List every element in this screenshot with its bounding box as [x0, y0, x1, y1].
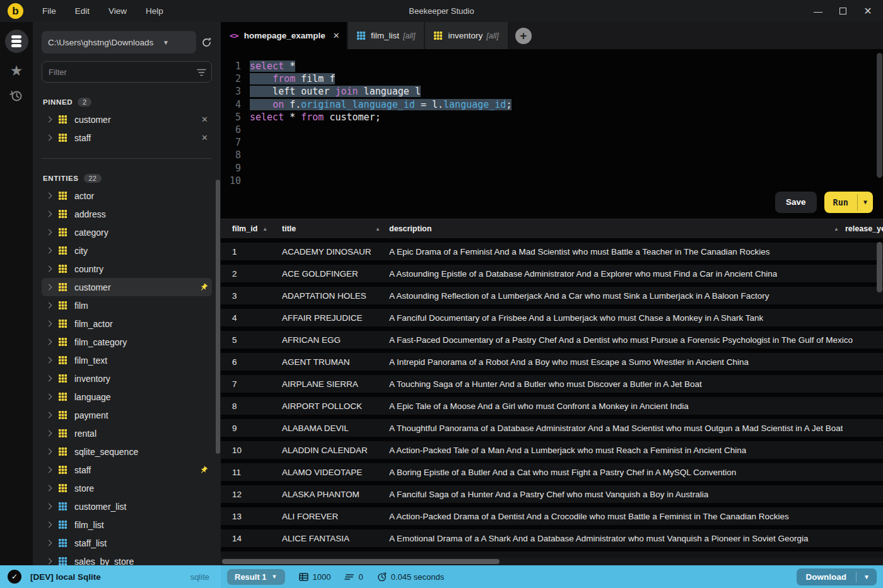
sort-asc-icon[interactable]: ▲ — [262, 226, 267, 232]
table-row[interactable]: 4 AFFAIR PREJUDICE A Fanciful Documentar… — [221, 304, 883, 326]
entity-item-film_actor[interactable]: film_actor — [42, 314, 212, 333]
cell-title[interactable]: ALICE FANTASIA — [282, 534, 389, 543]
entity-item-category[interactable]: category — [42, 223, 212, 241]
cell-title[interactable]: ACADEMY DINOSAUR — [282, 247, 389, 257]
table-row[interactable]: 1 ACADEMY DINOSAUR A Epic Drama of a Fem… — [221, 238, 883, 260]
column-header-release_year[interactable]: release_year — [845, 224, 883, 233]
entity-item-city[interactable]: city — [42, 241, 212, 260]
chevron-right-icon[interactable] — [46, 376, 52, 382]
chevron-right-icon[interactable] — [46, 193, 52, 199]
cell-description[interactable]: A Epic Tale of a Moose And a Girl who mu… — [389, 401, 689, 411]
close-icon[interactable]: ✕ — [863, 5, 873, 17]
cell-film-id[interactable]: 12 — [221, 490, 282, 499]
table-row[interactable]: 10 ALADDIN CALENDAR A Action-Packed Tale… — [221, 437, 883, 459]
entity-item-customer_list[interactable]: customer_list — [42, 497, 212, 516]
save-button[interactable]: Save — [775, 192, 817, 213]
minimize-icon[interactable]: — — [813, 6, 823, 16]
chevron-right-icon[interactable] — [46, 540, 52, 546]
cell-title[interactable]: AGENT TRUMAN — [282, 357, 389, 367]
cell-title[interactable]: AFFAIR PREJUDICE — [282, 313, 389, 323]
pin-icon[interactable] — [199, 466, 208, 475]
table-row[interactable]: 8 AIRPORT POLLOCK A Epic Tale of a Moose… — [221, 393, 883, 415]
entity-item-staff_list[interactable]: staff_list — [42, 534, 212, 552]
sql-editor[interactable]: 1 select * 2 from film f 3 left outer jo… — [221, 49, 883, 219]
cell-description[interactable]: A Astounding Epistle of a Database Admin… — [389, 269, 777, 279]
chevron-right-icon[interactable] — [46, 522, 52, 528]
table-row[interactable]: 13 ALI FOREVER A Action-Packed Drama of … — [221, 503, 883, 525]
cell-description[interactable]: A Epic Drama of a Feminist And a Mad Sci… — [389, 247, 770, 257]
new-tab-button[interactable]: + — [515, 28, 532, 44]
cell-title[interactable]: AFRICAN EGG — [282, 335, 389, 345]
chevron-right-icon[interactable] — [46, 321, 52, 327]
editor-scrollbar[interactable] — [877, 53, 882, 178]
entity-item-sales_by_store[interactable]: sales_by_store — [42, 552, 212, 565]
table-row[interactable]: 11 ALAMO VIDEOTAPE A Boring Epistle of a… — [221, 459, 883, 481]
unpin-icon[interactable]: ✕ — [201, 115, 208, 124]
cell-description[interactable]: A Touching Saga of a Hunter And a Butler… — [389, 379, 702, 389]
cell-title[interactable]: ACE GOLDFINGER — [282, 269, 389, 279]
entity-item-actor[interactable]: actor — [42, 187, 212, 205]
tab-homepage_example[interactable]: <> homepage_example ✕ — [221, 22, 347, 49]
table-row[interactable]: 3 ADAPTATION HOLES A Astounding Reflecti… — [221, 282, 883, 304]
chevron-right-icon[interactable] — [46, 135, 52, 141]
pinned-item-staff[interactable]: staff ✕ — [42, 129, 212, 147]
favorites-icon[interactable]: ★ — [10, 64, 23, 78]
entity-item-customer[interactable]: customer — [42, 278, 212, 296]
table-row[interactable]: 14 ALICE FANTASIA A Emotional Drama of a… — [221, 525, 883, 547]
chevron-right-icon[interactable] — [46, 303, 52, 309]
cell-film-id[interactable]: 4 — [221, 313, 282, 323]
cell-title[interactable]: ALADDIN CALENDAR — [282, 446, 389, 455]
chevron-right-icon[interactable] — [46, 504, 52, 510]
entity-item-language[interactable]: language — [42, 388, 212, 406]
column-header-description[interactable]: description ▲ — [389, 224, 845, 233]
chevron-right-icon[interactable] — [46, 558, 52, 565]
cell-title[interactable]: AIRPLANE SIERRA — [282, 379, 389, 389]
chevron-right-icon[interactable] — [46, 467, 52, 473]
refresh-icon[interactable] — [201, 37, 212, 48]
cell-description[interactable]: A Action-Packed Drama of a Dentist And a… — [389, 512, 789, 521]
cell-film-id[interactable]: 13 — [221, 512, 282, 521]
table-row[interactable]: 12 ALASKA PHANTOM A Fanciful Saga of a H… — [221, 481, 883, 503]
menu-file[interactable]: File — [42, 6, 56, 16]
results-vertical-scrollbar[interactable] — [877, 242, 882, 292]
cell-title[interactable]: ALASKA PHANTOM — [282, 490, 389, 499]
menu-help[interactable]: Help — [146, 6, 163, 16]
entity-item-country[interactable]: country — [42, 260, 212, 278]
unpin-icon[interactable]: ✕ — [201, 133, 208, 142]
cell-title[interactable]: AIRPORT POLLOCK — [282, 401, 389, 411]
table-row[interactable]: 9 ALABAMA DEVIL A Thoughtful Panorama of… — [221, 415, 883, 437]
chevron-right-icon[interactable] — [46, 394, 52, 400]
tab-film_list[interactable]: film_list [all] — [348, 22, 424, 49]
table-row[interactable]: 7 AIRPLANE SIERRA A Touching Saga of a H… — [221, 371, 883, 393]
table-row[interactable]: 5 AFRICAN EGG A Fast-Paced Documentary o… — [221, 326, 883, 349]
entity-item-store[interactable]: store — [42, 479, 212, 497]
entity-item-film_list[interactable]: film_list — [42, 516, 212, 534]
cell-description[interactable]: A Fanciful Saga of a Hunter And a Pastry… — [389, 490, 708, 499]
entity-item-film_category[interactable]: film_category — [42, 333, 212, 351]
result-select-button[interactable]: Result 1 ▼ — [227, 569, 285, 585]
chevron-right-icon[interactable] — [46, 412, 52, 418]
cell-description[interactable]: A Astounding Reflection of a Lumberjack … — [389, 291, 769, 301]
cell-film-id[interactable]: 1 — [221, 247, 282, 257]
entity-item-inventory[interactable]: inventory — [42, 369, 212, 388]
cell-title[interactable]: ADAPTATION HOLES — [282, 291, 389, 301]
chevron-right-icon[interactable] — [46, 266, 52, 272]
column-header-title[interactable]: title ▲ — [282, 224, 389, 233]
sidebar-scrollbar[interactable] — [216, 180, 220, 454]
results-horizontal-scrollbar[interactable] — [222, 559, 500, 564]
cell-description[interactable]: A Boring Epistle of a Butler And a Cat w… — [389, 468, 736, 477]
menu-edit[interactable]: Edit — [75, 6, 90, 16]
pin-icon[interactable] — [199, 283, 208, 292]
database-select[interactable]: C:\Users\ghstng\Downloads ▼ — [42, 31, 196, 54]
chevron-right-icon[interactable] — [46, 284, 52, 291]
chevron-right-icon[interactable] — [46, 211, 52, 217]
cell-description[interactable]: A Fanciful Documentary of a Frisbee And … — [389, 313, 763, 323]
cell-film-id[interactable]: 6 — [221, 357, 282, 367]
entity-item-address[interactable]: address — [42, 205, 212, 223]
table-row[interactable]: 2 ACE GOLDFINGER A Astounding Epistle of… — [221, 260, 883, 282]
chevron-right-icon[interactable] — [46, 485, 52, 492]
cell-title[interactable]: ALI FOREVER — [282, 512, 389, 521]
chevron-right-icon[interactable] — [46, 430, 52, 437]
cell-title[interactable]: ALABAMA DEVIL — [282, 424, 389, 433]
entity-item-film_text[interactable]: film_text — [42, 351, 212, 369]
